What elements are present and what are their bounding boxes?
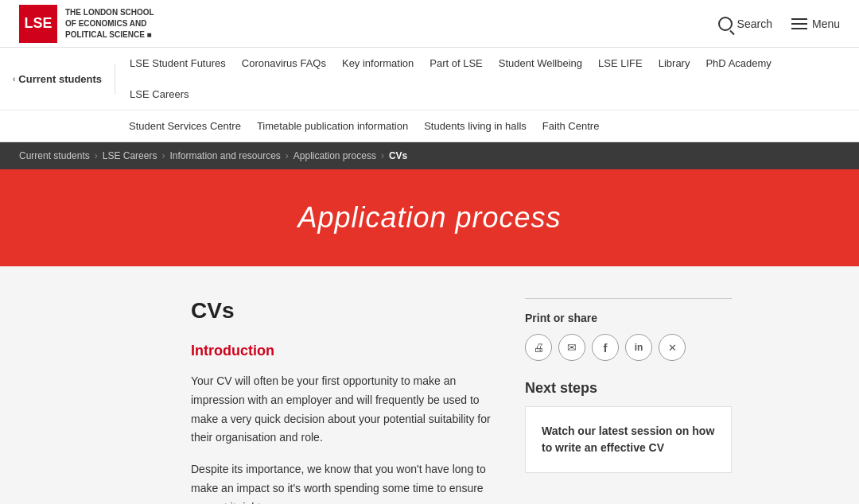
nav-item-student-wellbeing[interactable]: Student Wellbeing — [491, 48, 590, 79]
nav-item-lse-careers[interactable]: LSE Careers — [122, 79, 196, 110]
breadcrumb-sep-1: › — [95, 150, 98, 161]
hero-title: Application process — [19, 201, 840, 235]
next-steps-section: Next steps Watch our latest session on h… — [525, 380, 732, 473]
search-icon — [718, 17, 733, 31]
nav-row-2: Student Services Centre Timetable public… — [0, 110, 859, 142]
hamburger-icon — [791, 18, 807, 29]
menu-button[interactable]: Menu — [791, 17, 840, 30]
paragraph-2: Despite its importance, we know that you… — [191, 460, 493, 504]
next-steps-card[interactable]: Watch our latest session on how to write… — [525, 406, 732, 473]
lse-logo-box: LSE — [19, 5, 57, 43]
breadcrumb: Current students › LSE Careers › Informa… — [0, 142, 859, 169]
current-students-nav[interactable]: ‹ Current students — [0, 64, 115, 95]
chevron-left-icon: ‹ — [13, 75, 15, 83]
search-label: Search — [737, 17, 772, 30]
nav-item-students-living-in-halls[interactable]: Students living in halls — [416, 110, 534, 142]
breadcrumb-cvs: CVs — [389, 150, 407, 161]
print-share-label: Print or share — [525, 312, 732, 324]
print-icon: 🖨 — [533, 341, 544, 354]
nav-item-phd-academy[interactable]: PhD Academy — [698, 48, 779, 79]
linkedin-icon-button[interactable]: in — [625, 334, 652, 361]
linkedin-icon: in — [635, 342, 643, 353]
main-content: CVs Introduction Your CV will often be y… — [0, 266, 859, 504]
print-icon-button[interactable]: 🖨 — [525, 334, 552, 361]
nav-item-key-information[interactable]: Key information — [334, 48, 422, 79]
next-steps-card-text: Watch our latest session on how to write… — [542, 423, 715, 456]
nav-item-part-of-lse[interactable]: Part of LSE — [422, 48, 490, 79]
content-left: CVs Introduction Your CV will often be y… — [191, 298, 493, 504]
navigation: ‹ Current students LSE Student Futures C… — [0, 48, 859, 142]
share-icons-row: 🖨 ✉ f in ✕ — [525, 334, 732, 361]
search-button[interactable]: Search — [718, 17, 772, 31]
breadcrumb-lse-careers[interactable]: LSE Careers — [103, 150, 157, 161]
next-steps-title: Next steps — [525, 380, 732, 397]
twitter-icon-button[interactable]: ✕ — [659, 334, 686, 361]
divider-top — [525, 298, 732, 299]
site-header: LSE THE LONDON SCHOOLOF ECONOMICS ANDPOL… — [0, 0, 859, 48]
hero-section: Application process — [0, 169, 859, 266]
content-right: Print or share 🖨 ✉ f in ✕ Nex — [525, 298, 732, 504]
nav-row-1: ‹ Current students LSE Student Futures C… — [0, 48, 859, 110]
breadcrumb-sep-4: › — [381, 150, 384, 161]
breadcrumb-information-resources[interactable]: Information and resources — [169, 150, 280, 161]
nav-item-student-services-centre[interactable]: Student Services Centre — [121, 110, 249, 142]
current-students-label: Current students — [18, 73, 102, 85]
facebook-icon-button[interactable]: f — [592, 334, 619, 361]
introduction-title: Introduction — [191, 343, 493, 359]
page-title: CVs — [191, 298, 493, 324]
facebook-icon: f — [604, 341, 608, 355]
email-icon-button[interactable]: ✉ — [558, 334, 585, 361]
paragraph-1: Your CV will often be your first opportu… — [191, 372, 493, 448]
nav-item-library[interactable]: Library — [651, 48, 698, 79]
email-icon: ✉ — [567, 341, 577, 354]
nav-items-row1: LSE Student Futures Coronavirus FAQs Key… — [115, 48, 859, 110]
header-actions: Search Menu — [718, 17, 840, 31]
logo-text: LSE — [24, 15, 52, 32]
breadcrumb-application-process[interactable]: Application process — [293, 150, 376, 161]
nav-item-lse-student-futures[interactable]: LSE Student Futures — [122, 48, 234, 79]
twitter-icon: ✕ — [668, 342, 677, 354]
breadcrumb-current-students[interactable]: Current students — [19, 150, 90, 161]
print-share-section: Print or share 🖨 ✉ f in ✕ — [525, 298, 732, 361]
breadcrumb-sep-3: › — [286, 150, 289, 161]
logo-subtext: THE LONDON SCHOOLOF ECONOMICS ANDPOLITIC… — [65, 7, 154, 41]
nav-item-lse-life[interactable]: LSE LIFE — [590, 48, 651, 79]
breadcrumb-sep-2: › — [161, 150, 165, 161]
logo-area: LSE THE LONDON SCHOOLOF ECONOMICS ANDPOL… — [19, 5, 154, 43]
nav-item-faith-centre[interactable]: Faith Centre — [534, 110, 608, 142]
menu-label: Menu — [812, 17, 840, 30]
nav-item-timetable-publication[interactable]: Timetable publication information — [249, 110, 416, 142]
nav-item-coronavirus-faqs[interactable]: Coronavirus FAQs — [234, 48, 334, 79]
